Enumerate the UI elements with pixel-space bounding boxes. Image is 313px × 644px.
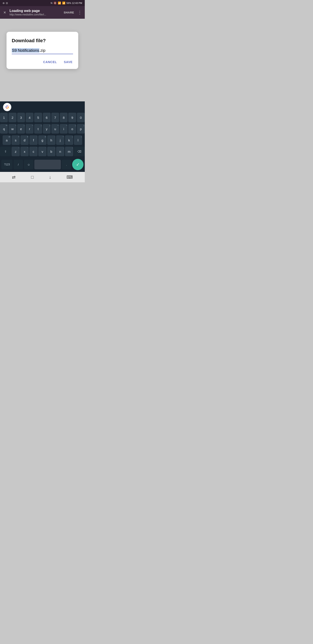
key-g[interactable]: g& [38, 135, 46, 145]
dnd-icon: ⊖ [2, 2, 4, 4]
dialog-title: Download file? [12, 38, 73, 44]
save-button[interactable]: SAVE [63, 60, 73, 64]
wifi-icon: 📶 [58, 2, 61, 4]
keyboard-nav-button[interactable]: ⌨ [66, 174, 73, 180]
num-key[interactable]: ?123 [1, 160, 12, 169]
key-7[interactable]: 7 [51, 113, 59, 122]
enter-key[interactable]: ✓ [72, 159, 83, 170]
key-o[interactable]: o{ [68, 124, 76, 134]
download-dialog: Download file? S9 Notifications.zip CANC… [6, 32, 78, 69]
mute-icon: 🔇 [53, 2, 57, 4]
key-w[interactable]: w\ [8, 124, 16, 134]
key-m[interactable]: m! [65, 147, 73, 156]
period-key[interactable]: . [62, 160, 71, 169]
back-nav-button[interactable]: ⇄ [12, 174, 16, 180]
shift-key[interactable]: ⇧ [0, 147, 11, 156]
google-logo[interactable]: G [3, 103, 11, 111]
key-a[interactable]: a@ [2, 135, 11, 145]
key-b[interactable]: b: [47, 147, 55, 156]
key-v[interactable]: v' [38, 147, 46, 156]
key-f[interactable]: f- [29, 135, 38, 145]
battery-text: 56% 12:43 PM [66, 2, 82, 4]
key-3[interactable]: 3 [17, 113, 25, 122]
close-button[interactable]: × [2, 9, 7, 16]
key-4[interactable]: 4 [26, 113, 33, 122]
key-u[interactable]: u< [51, 124, 59, 134]
key-x[interactable]: x" [20, 147, 29, 156]
filename-highlight: S9 Notifications [12, 48, 39, 53]
keyboard-area: G 1 2 3 4 5 6 7 8 9 0 q% w\ e| r= t[ y] … [0, 102, 85, 172]
key-d[interactable]: d$ [20, 135, 29, 145]
page-background: Download file? S9 Notifications.zip CANC… [0, 19, 85, 102]
number-row: 1 2 3 4 5 6 7 8 9 0 [0, 113, 85, 122]
status-right-area: N 🔇 📶 📶 56% 12:43 PM [51, 2, 82, 4]
dialog-input-area[interactable]: S9 Notifications.zip [12, 48, 73, 54]
key-5[interactable]: 5 [34, 113, 42, 122]
key-2[interactable]: 2 [8, 113, 16, 122]
key-6[interactable]: 6 [43, 113, 51, 122]
filename-rest: .zip [39, 48, 45, 53]
browser-header: × Loading web page http://www.mediafire.… [0, 6, 85, 19]
keyboard-row-2: a@ s# d$ f- g& h- j+ k( l) [0, 135, 85, 145]
key-l[interactable]: l) [74, 135, 82, 145]
dialog-actions: CANCEL SAVE [12, 60, 73, 64]
key-j[interactable]: j+ [56, 135, 64, 145]
bottom-nav: ⇄ □ ↓ ⌨ [0, 172, 85, 182]
key-p[interactable]: p} [77, 124, 85, 134]
key-k[interactable]: k( [65, 135, 73, 145]
key-q[interactable]: q% [0, 124, 8, 134]
cancel-button[interactable]: CANCEL [43, 60, 57, 64]
header-title-area: Loading web page http://www.mediafire.co… [9, 9, 61, 16]
screen-icon: ⊡ [6, 2, 8, 4]
key-n[interactable]: n; [56, 147, 64, 156]
delete-key[interactable]: ⌫ [74, 147, 85, 156]
key-0[interactable]: 0 [77, 113, 85, 122]
status-left-icons: ⊖ ⊡ [2, 2, 8, 4]
keyboard-top-bar: G [0, 102, 85, 113]
key-y[interactable]: y] [43, 124, 51, 134]
recents-nav-button[interactable]: □ [31, 175, 34, 180]
key-c[interactable]: c' [29, 147, 38, 156]
key-1[interactable]: 1 [0, 113, 8, 122]
key-9[interactable]: 9 [68, 113, 76, 122]
more-button[interactable]: ⋮ [78, 10, 82, 15]
key-s[interactable]: s# [11, 135, 20, 145]
space-key[interactable] [34, 160, 61, 169]
key-i[interactable]: i> [60, 124, 68, 134]
keyboard-row-3: ⇧ z* x" c' v' b: n; m! ⌫ [0, 147, 85, 156]
key-t[interactable]: t[ [34, 124, 42, 134]
header-title: Loading web page [9, 9, 61, 13]
key-h[interactable]: h- [47, 135, 55, 145]
status-bar: ⊖ ⊡ N 🔇 📶 📶 56% 12:43 PM [0, 0, 85, 6]
nfc-icon: N [51, 2, 52, 4]
home-nav-button[interactable]: ↓ [49, 175, 51, 180]
header-actions: SHARE ⋮ [64, 10, 82, 15]
share-button[interactable]: SHARE [64, 11, 74, 14]
key-e[interactable]: e| [17, 124, 25, 134]
key-r[interactable]: r= [26, 124, 33, 134]
dialog-filename: S9 Notifications.zip [12, 48, 45, 53]
signal-icon: 📶 [62, 2, 65, 4]
header-url: http://www.mediafire.com/file/i... [9, 13, 61, 16]
keyboard-row-1: q% w\ e| r= t[ y] u< i> o{ p} [0, 124, 85, 134]
emoji-key[interactable]: ☺ [24, 160, 33, 169]
google-g: G [5, 105, 9, 110]
key-8[interactable]: 8 [60, 113, 68, 122]
slash-key[interactable]: / [13, 160, 23, 169]
key-z[interactable]: z* [11, 147, 20, 156]
keyboard-bottom-row: ?123 / ☺ . ✓ [0, 158, 85, 172]
